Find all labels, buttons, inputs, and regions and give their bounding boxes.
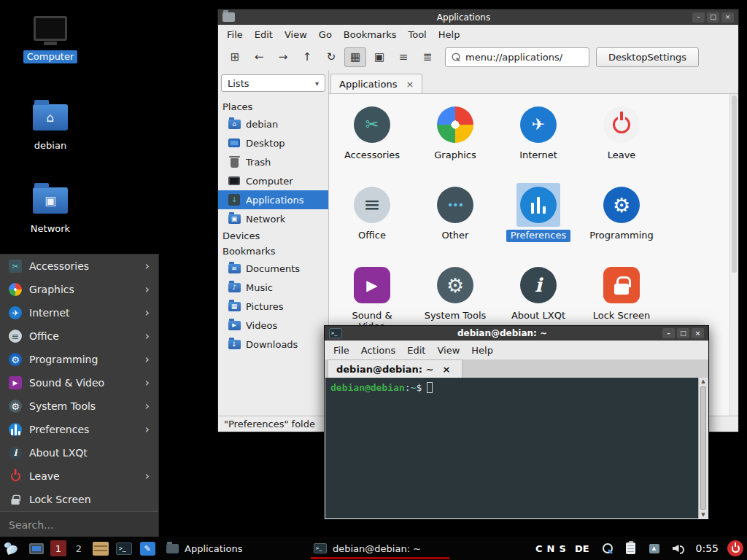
keyboard-layout[interactable]: DE <box>575 543 589 554</box>
tray-updater[interactable] <box>645 539 664 558</box>
menu-edit[interactable]: Edit <box>249 26 279 43</box>
power-button[interactable] <box>727 540 743 556</box>
fm-titlebar[interactable]: Applications <box>218 9 738 25</box>
maximize-icon[interactable] <box>707 12 719 23</box>
place-network[interactable]: Network <box>218 209 328 228</box>
menu-file[interactable]: File <box>328 342 355 359</box>
tab-applications[interactable]: Applications <box>330 74 422 93</box>
thumbnail-view-icon[interactable] <box>368 47 390 67</box>
tab-close-icon[interactable] <box>442 364 450 375</box>
scrollbar-thumb[interactable] <box>732 96 737 273</box>
menu-item-about-lxqt[interactable]: About LXQt <box>0 441 158 464</box>
menu-item-internet[interactable]: Internet <box>0 301 158 324</box>
menu-item-preferences[interactable]: Preferences <box>0 418 158 441</box>
menu-item-graphics[interactable]: Graphics <box>0 278 158 301</box>
menu-item-leave[interactable]: Leave <box>0 464 158 488</box>
app-internet[interactable]: Internet <box>497 101 580 182</box>
tray-clipboard[interactable] <box>622 539 640 558</box>
icon-view-icon[interactable] <box>344 47 366 67</box>
bookmark-documents[interactable]: Documents <box>218 259 328 278</box>
scroll-down-icon[interactable] <box>699 512 708 518</box>
forward-icon[interactable] <box>272 47 294 67</box>
start-menu-button[interactable] <box>4 539 23 558</box>
reload-icon[interactable] <box>320 47 342 67</box>
clock[interactable]: 0:55 <box>696 542 719 554</box>
path-bar[interactable]: menu://applications/ <box>445 47 589 67</box>
menu-item-lock-screen[interactable]: Lock Screen <box>0 488 158 511</box>
task-terminal[interactable]: debian@debian: ~ <box>309 537 452 559</box>
app-accessories[interactable]: Accessories <box>330 101 414 182</box>
search-input[interactable] <box>9 519 150 531</box>
menu-help[interactable]: Help <box>465 342 499 359</box>
menu-item-sound-video[interactable]: Sound & Video <box>0 371 158 394</box>
terminal-tab[interactable]: debian@debian: ~ <box>328 359 462 378</box>
network-folder-icon <box>33 184 68 217</box>
bookmark-downloads[interactable]: Downloads <box>218 335 328 354</box>
app-other[interactable]: Other <box>414 182 497 262</box>
app-label: Internet <box>515 149 562 162</box>
menu-go[interactable]: Go <box>313 26 338 43</box>
tray-screenshot[interactable] <box>598 539 617 558</box>
app-preferences[interactable]: Preferences <box>497 182 580 262</box>
show-desktop-button[interactable] <box>27 539 46 558</box>
app-label: Preferences <box>506 230 570 242</box>
menu-view[interactable]: View <box>279 26 313 43</box>
place-desktop[interactable]: Desktop <box>218 133 328 152</box>
maximize-icon[interactable] <box>677 328 689 338</box>
menu-actions[interactable]: Actions <box>355 342 402 359</box>
quicklaunch-terminal[interactable] <box>115 539 133 558</box>
menu-help[interactable]: Help <box>433 26 466 43</box>
scrollbar-thumb[interactable] <box>700 386 706 510</box>
new-tab-icon[interactable] <box>224 47 246 67</box>
sidebar-mode-combo[interactable]: Lists <box>221 74 325 92</box>
close-icon[interactable] <box>721 12 734 23</box>
app-programming[interactable]: Programming <box>580 182 663 262</box>
desktop-icon-debian[interactable]: debian <box>24 101 77 152</box>
back-icon[interactable] <box>248 47 270 67</box>
place-computer[interactable]: Computer <box>218 171 328 190</box>
desktop-icon-network[interactable]: Network <box>24 184 77 236</box>
workspace-1[interactable]: 1 <box>50 540 66 556</box>
menu-view[interactable]: View <box>431 342 465 359</box>
fm-scrollbar[interactable] <box>729 94 738 416</box>
close-icon[interactable] <box>692 328 704 338</box>
menu-item-system-tools[interactable]: System Tools <box>0 394 158 418</box>
desktop-icon-computer[interactable]: Computer <box>24 12 77 63</box>
power-icon <box>732 545 740 553</box>
place-trash[interactable]: Trash <box>218 152 328 171</box>
minimize-icon[interactable] <box>662 328 675 338</box>
menu-edit[interactable]: Edit <box>401 342 431 359</box>
place-debian[interactable]: debian <box>218 114 328 133</box>
detailed-list-view-icon[interactable] <box>392 47 414 67</box>
home-folder-icon <box>228 118 241 130</box>
desktop-settings-button[interactable]: DesktopSettings <box>596 47 699 67</box>
tab-close-icon[interactable] <box>406 79 414 90</box>
menu-search[interactable] <box>0 511 158 537</box>
terminal-titlebar[interactable]: debian@debian: ~ <box>325 326 708 341</box>
menu-item-office[interactable]: Office <box>0 324 158 348</box>
up-icon[interactable] <box>296 47 318 67</box>
volume-button[interactable] <box>668 539 687 558</box>
minimize-icon[interactable] <box>692 12 705 23</box>
menu-bookmarks[interactable]: Bookmarks <box>338 26 403 43</box>
terminal-screen[interactable]: debian@debian:~$ <box>325 378 708 518</box>
bookmark-pictures[interactable]: Pictures <box>218 297 328 316</box>
scroll-up-icon[interactable] <box>699 378 708 384</box>
app-leave[interactable]: Leave <box>580 101 663 182</box>
menu-file[interactable]: File <box>221 26 249 43</box>
bookmark-videos[interactable]: Videos <box>218 316 328 335</box>
workspace-2[interactable]: 2 <box>71 540 87 556</box>
keyboard-indicators[interactable]: C N S <box>535 543 566 554</box>
menu-tool[interactable]: Tool <box>402 26 432 43</box>
menu-item-programming[interactable]: Programming <box>0 348 158 371</box>
task-applications[interactable]: Applications <box>161 537 304 559</box>
quicklaunch-editor[interactable] <box>138 539 157 558</box>
menu-item-accessories[interactable]: Accessories <box>0 254 158 278</box>
app-office[interactable]: Office <box>330 182 414 262</box>
quicklaunch-file-manager[interactable] <box>91 539 110 558</box>
terminal-scrollbar[interactable] <box>698 378 708 518</box>
place-applications[interactable]: Applications <box>218 190 328 209</box>
bookmark-music[interactable]: Music <box>218 278 328 297</box>
compact-view-icon[interactable] <box>417 47 438 67</box>
app-graphics[interactable]: Graphics <box>414 101 497 182</box>
